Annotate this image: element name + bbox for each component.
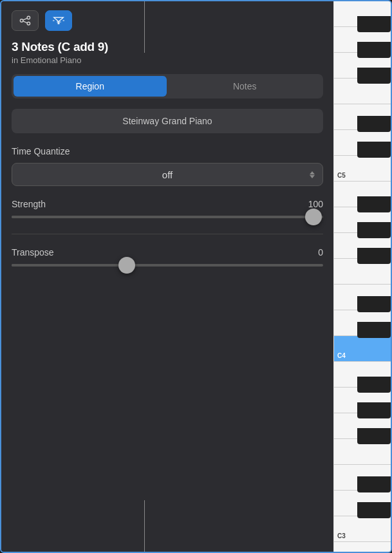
strength-track[interactable] bbox=[12, 216, 323, 218]
main-container: < > 3 Notes (C add 9) in Emotional Piano… bbox=[0, 0, 392, 553]
svg-point-1 bbox=[27, 16, 30, 19]
instrument-button[interactable]: Steinway Grand Piano bbox=[12, 109, 323, 133]
tab-bar: Region Notes bbox=[12, 74, 323, 98]
key-db3[interactable] bbox=[357, 502, 391, 518]
c3-label: C3 bbox=[337, 532, 346, 539]
left-panel: < > 3 Notes (C add 9) in Emotional Piano… bbox=[1, 1, 333, 552]
key-bb3[interactable] bbox=[357, 377, 391, 393]
svg-point-0 bbox=[20, 19, 23, 23]
svg-text:>: > bbox=[59, 20, 62, 24]
tab-notes[interactable]: Notes bbox=[169, 76, 322, 97]
time-quantize-section: Time Quantize off bbox=[1, 146, 333, 199]
transpose-track[interactable] bbox=[12, 264, 323, 267]
midi-filter-button[interactable]: < > bbox=[45, 10, 72, 31]
transpose-thumb[interactable] bbox=[118, 257, 135, 274]
transpose-header: Transpose 0 bbox=[12, 247, 323, 258]
key-ab3[interactable] bbox=[357, 402, 391, 418]
app-title: 3 Notes (C add 9) bbox=[12, 40, 323, 54]
strength-fill bbox=[12, 216, 323, 218]
time-quantize-dropdown[interactable]: off bbox=[12, 163, 323, 186]
strength-section: Strength 100 bbox=[1, 199, 333, 231]
guide-line-top bbox=[144, 1, 145, 53]
key-bb4[interactable] bbox=[357, 196, 391, 212]
strength-header: Strength 100 bbox=[12, 199, 323, 209]
key-gb3[interactable] bbox=[357, 428, 391, 444]
key-ab4[interactable] bbox=[357, 222, 391, 238]
tab-region[interactable]: Region bbox=[14, 76, 167, 97]
key-bb5[interactable] bbox=[357, 16, 391, 32]
time-quantize-label: Time Quantize bbox=[12, 146, 323, 156]
key-c3[interactable]: C3 bbox=[333, 516, 391, 542]
key-db4[interactable] bbox=[357, 322, 391, 338]
transpose-value: 0 bbox=[318, 247, 323, 258]
key-ab5[interactable] bbox=[357, 42, 391, 58]
c4-label: C4 bbox=[337, 352, 346, 359]
route-button[interactable] bbox=[12, 10, 39, 31]
c5-label: C5 bbox=[337, 172, 346, 179]
title-area: 3 Notes (C add 9) in Emotional Piano bbox=[1, 37, 333, 74]
key-b2[interactable] bbox=[333, 542, 391, 552]
key-gb4[interactable] bbox=[357, 248, 391, 264]
piano-panel: C5 C4 bbox=[333, 1, 391, 552]
key-eb5[interactable] bbox=[357, 116, 391, 132]
divider bbox=[12, 234, 323, 234]
key-eb4[interactable] bbox=[357, 296, 391, 312]
svg-line-3 bbox=[23, 18, 27, 20]
key-c5[interactable]: C5 bbox=[333, 156, 391, 182]
key-db5[interactable] bbox=[357, 142, 391, 158]
svg-line-4 bbox=[23, 21, 27, 23]
key-c4[interactable]: C4 bbox=[333, 336, 391, 362]
toolbar: < > bbox=[1, 1, 333, 37]
strength-thumb[interactable] bbox=[305, 209, 322, 225]
transpose-label: Transpose bbox=[12, 247, 54, 258]
piano-keys: C5 C4 bbox=[333, 1, 391, 552]
key-gb5[interactable] bbox=[357, 68, 391, 84]
app-subtitle: in Emotional Piano bbox=[12, 55, 323, 65]
guide-line-bottom bbox=[144, 500, 145, 552]
svg-point-2 bbox=[27, 22, 30, 25]
time-quantize-value: off bbox=[162, 169, 173, 180]
transpose-section: Transpose 0 bbox=[1, 247, 333, 279]
transpose-fill bbox=[12, 264, 127, 267]
strength-label: Strength bbox=[12, 199, 46, 209]
key-eb3[interactable] bbox=[357, 476, 391, 492]
strength-value: 100 bbox=[308, 199, 323, 209]
dropdown-arrows-icon bbox=[310, 171, 315, 178]
